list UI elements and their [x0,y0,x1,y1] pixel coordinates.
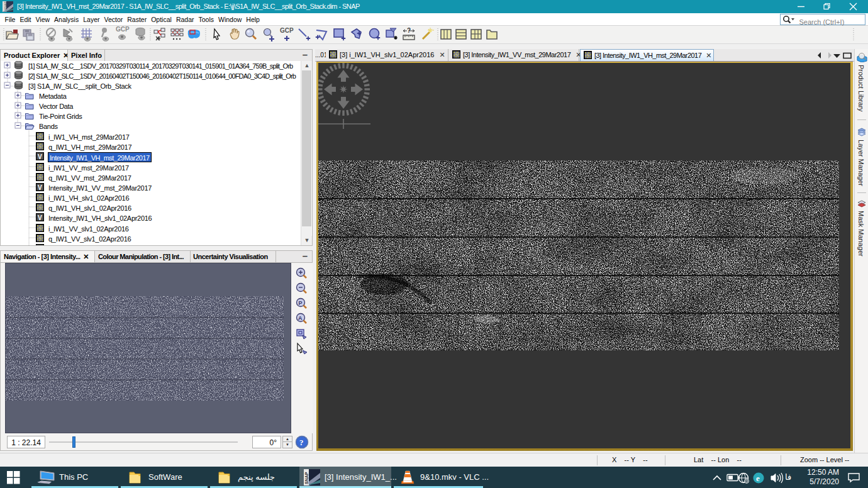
svg-text:GCP: GCP [116,26,130,33]
svg-text:e: e [756,474,760,483]
svg-text:SNAP: SNAP [304,472,309,484]
svg-text:GCP: GCP [280,27,294,34]
svg-text:?: ? [299,438,304,447]
svg-text:SNAP: SNAP [4,1,8,10]
svg-text:A: A [298,315,303,321]
svg-text:P: P [299,300,303,306]
